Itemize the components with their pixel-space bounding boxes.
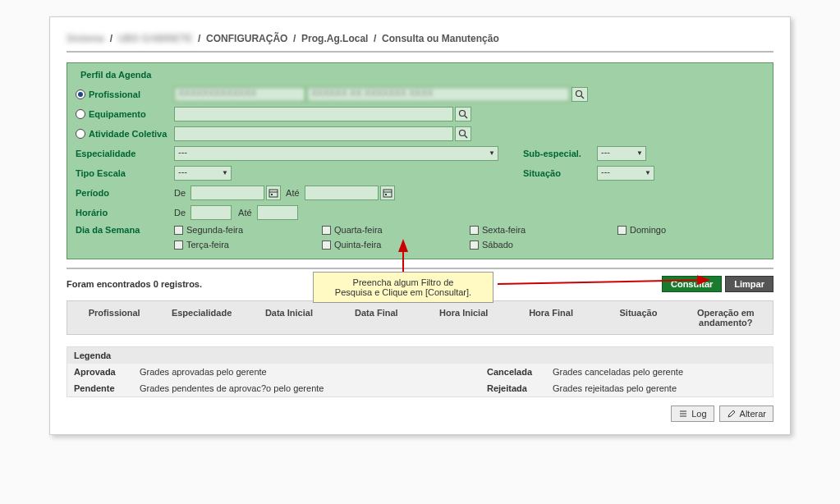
horario-de-input[interactable] [190, 205, 232, 220]
main-window: Sistema / UBS GABINETE / CONFIGURAÇÃO / … [49, 16, 791, 435]
legend-aprovada-val: Grades aprovadas pelo gerente [140, 367, 487, 377]
limpar-button[interactable]: Limpar [725, 276, 773, 292]
horario-ate-input[interactable] [257, 205, 298, 220]
equipamento-lookup-icon[interactable] [455, 107, 471, 121]
svg-line-3 [465, 116, 467, 118]
de-label: De [174, 188, 186, 198]
alterar-button[interactable]: Alterar [719, 405, 773, 422]
checkbox-terca[interactable] [174, 241, 183, 250]
profissional-label: Profissional [89, 89, 140, 99]
checkbox-sexta[interactable] [470, 226, 479, 235]
svg-rect-6 [269, 190, 278, 197]
checkbox-segunda[interactable] [174, 226, 183, 235]
especialidade-row: Especialidade --- Sub-especial. --- [76, 144, 764, 163]
periodo-ate-input[interactable] [305, 186, 379, 200]
profissional-code-input[interactable]: XXXXXXXXXXXXX [174, 87, 305, 102]
breadcrumb-prog: Prog.Ag.Local [301, 33, 368, 44]
col-profissional: Profissional [71, 308, 158, 328]
calendar-ate-icon[interactable] [380, 186, 395, 200]
results-table-header: Profissional Especialidade Data Inicial … [67, 300, 773, 335]
legend-title: Legenda [67, 347, 773, 364]
pencil-icon [727, 409, 737, 419]
periodo-de-input[interactable] [190, 186, 264, 200]
panel-title: Perfil da Agenda [76, 68, 764, 85]
atividade-input[interactable] [174, 126, 453, 141]
dia-semana-label: Dia da Semana [76, 225, 140, 235]
ate-label: Até [286, 188, 300, 198]
profissional-radio[interactable] [76, 89, 85, 99]
dia-semana-row1: Dia da Semana Segunda-feira Quarta-feira… [76, 222, 764, 237]
breadcrumb-config: CONFIGURAÇÃO [206, 33, 287, 44]
svg-rect-8 [271, 194, 273, 195]
legend-cancelada-key: Cancelada [487, 367, 553, 377]
legend-pendente-key: Pendente [74, 383, 140, 393]
divider [67, 268, 773, 269]
legend-box: Legenda Aprovada Grades aprovadas pelo g… [67, 346, 773, 397]
atividade-label: Atividade Coletiva [89, 129, 167, 139]
consultar-button[interactable]: Consultar [662, 276, 722, 292]
calendar-de-icon[interactable] [266, 186, 281, 200]
legend-rejeitada-val: Grades rejeitadas pelo gerente [553, 383, 766, 393]
col-especialidade: Especialidade [158, 308, 245, 328]
horario-de-label: De [174, 208, 186, 218]
equipamento-radio[interactable] [76, 109, 85, 119]
checkbox-quarta[interactable] [322, 226, 331, 235]
results-count: Foram encontrados 0 registros. [67, 279, 202, 289]
situacao-select[interactable]: --- [597, 166, 654, 181]
equipamento-label: Equipamento [89, 109, 146, 119]
action-row: Foram encontrados 0 registros. Preencha … [67, 276, 773, 292]
atividade-lookup-icon[interactable] [455, 126, 471, 141]
breadcrumb-consulta: Consulta ou Manutenção [382, 33, 499, 44]
horario-row: Horário De Até [76, 203, 764, 222]
tipo-escala-select[interactable]: --- [174, 166, 232, 181]
profissional-name-input[interactable]: XXXXXX XX XXXXXXX XXXX [307, 87, 570, 102]
col-operacao: Operação em andamento? [682, 308, 769, 328]
horario-label: Horário [76, 208, 108, 218]
list-icon [678, 409, 688, 419]
atividade-radio[interactable] [76, 129, 85, 139]
periodo-row: Período De Até [76, 183, 764, 203]
col-hora-inicial: Hora Inicial [420, 308, 507, 328]
col-data-inicial: Data Inicial [246, 308, 333, 328]
dia-semana-row2: Terça-feira Quinta-feira Sábado [76, 237, 764, 252]
svg-line-5 [465, 135, 467, 138]
callout-tooltip: Preencha algum Filtro de Pesquisa e Cliq… [313, 272, 493, 303]
profissional-row: Profissional XXXXXXXXXXXXX XXXXXX XX XXX… [76, 85, 764, 104]
checkbox-domingo[interactable] [617, 226, 627, 235]
equipamento-input[interactable] [174, 107, 453, 121]
checkbox-sabado[interactable] [470, 241, 479, 250]
profissional-lookup-icon[interactable] [571, 87, 588, 102]
equipamento-row: Equipamento [76, 104, 764, 124]
atividade-row: Atividade Coletiva [76, 124, 764, 144]
sub-especial-label: Sub-especial. [523, 149, 581, 158]
breadcrumb-blur-2: UBS GABINETE [118, 33, 193, 44]
sub-especial-select[interactable]: --- [597, 146, 646, 161]
svg-point-2 [460, 111, 466, 117]
breadcrumb: Sistema / UBS GABINETE / CONFIGURAÇÃO / … [67, 30, 773, 53]
periodo-label: Período [76, 188, 109, 198]
svg-line-1 [581, 96, 584, 99]
legend-rejeitada-key: Rejeitada [487, 383, 553, 393]
especialidade-select[interactable]: --- [174, 146, 498, 161]
bottom-buttons: Log Alterar [67, 405, 773, 422]
tipo-escala-row: Tipo Escala --- Situação --- [76, 163, 764, 183]
especialidade-label: Especialidade [76, 149, 135, 158]
col-situacao: Situação [594, 308, 682, 328]
legend-cancelada-val: Grades canceladas pelo gerente [553, 367, 766, 377]
col-data-final: Data Final [333, 308, 420, 328]
tipo-escala-label: Tipo Escala [76, 168, 126, 178]
breadcrumb-blur-1: Sistema [67, 33, 104, 44]
svg-rect-9 [383, 190, 392, 197]
perfil-agenda-panel: Perfil da Agenda Profissional XXXXXXXXXX… [67, 62, 773, 259]
checkbox-quinta[interactable] [322, 241, 331, 250]
legend-pendente-val: Grades pendentes de aprovac?o pelo geren… [140, 383, 487, 393]
svg-point-4 [460, 131, 466, 136]
svg-point-0 [576, 91, 582, 97]
svg-rect-11 [385, 194, 387, 195]
situacao-label: Situação [523, 168, 561, 178]
log-button[interactable]: Log [671, 405, 714, 422]
legend-aprovada-key: Aprovada [74, 367, 140, 377]
horario-ate-label: Até [238, 208, 252, 218]
col-hora-final: Hora Final [507, 308, 594, 328]
